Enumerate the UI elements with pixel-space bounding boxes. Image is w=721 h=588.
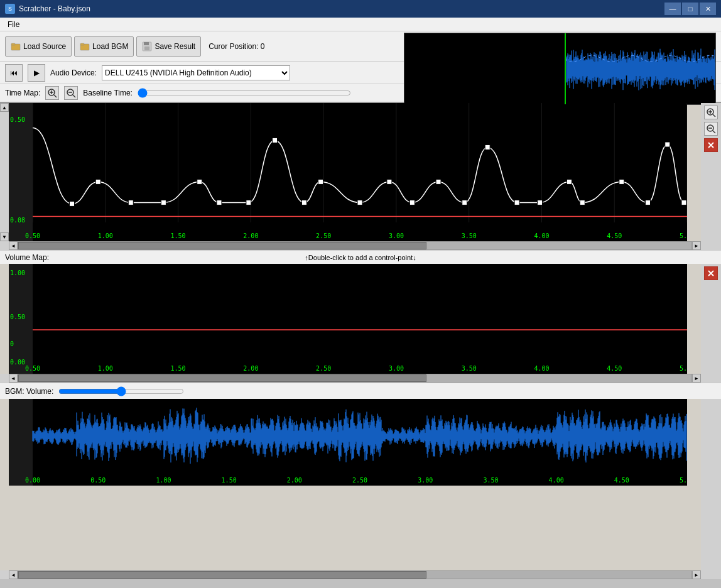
svg-line-15 xyxy=(713,114,715,117)
bgm-hscroll-thumb[interactable] xyxy=(18,571,426,579)
svg-line-12 xyxy=(73,95,75,97)
vol-vscroll-spacer xyxy=(0,264,9,374)
baseline-time-label: Baseline Time: xyxy=(83,89,133,97)
play-button[interactable]: ▶ xyxy=(28,64,45,82)
hscroll-right-arrow[interactable]: ► xyxy=(692,241,701,250)
zoom-out-button[interactable] xyxy=(64,86,78,100)
folder-bgm-icon xyxy=(80,41,90,52)
window-title: Scratcher - Baby.json xyxy=(19,4,90,13)
vol-hscroll-right-arrow[interactable]: ► xyxy=(692,374,701,383)
hscroll-thumb[interactable] xyxy=(18,242,426,249)
time-map-canvas[interactable] xyxy=(9,103,687,241)
bgm-hscroll-right-arrow[interactable]: ► xyxy=(692,570,701,579)
svg-rect-1 xyxy=(11,43,15,45)
close-button[interactable]: ✕ xyxy=(700,3,716,15)
save-icon xyxy=(142,41,152,52)
volume-map-canvas[interactable] xyxy=(9,264,687,374)
time-map-hscroll: ◄ ► xyxy=(0,241,721,250)
load-source-button[interactable]: Load Source xyxy=(5,36,72,57)
zoom-in-button[interactable] xyxy=(45,86,59,100)
volume-map-hint: ↑Double-click to add a control-point↓ xyxy=(305,254,416,261)
vscroll-up-arrow[interactable]: ▲ xyxy=(0,103,9,112)
time-map-chart-row: ▲ ▼ xyxy=(0,103,721,241)
time-map-label: Time Map: xyxy=(5,89,40,97)
menu-bar: File xyxy=(0,18,721,31)
rewind-icon: ⏮ xyxy=(10,68,18,77)
vol-hscroll-right-spacer xyxy=(701,374,721,383)
bgm-hscroll-left-spacer xyxy=(0,570,9,579)
maximize-button[interactable]: □ xyxy=(682,3,698,15)
svg-line-19 xyxy=(713,131,715,133)
bgm-waveform-row xyxy=(0,399,721,570)
svg-line-8 xyxy=(54,95,57,97)
toolbar: Load Source Load BGM Save Result Curor P… xyxy=(0,31,721,62)
bgm-label: BGM: Volume: xyxy=(5,387,53,396)
app-icon: S xyxy=(5,4,15,14)
volume-map-right-controls xyxy=(701,264,721,374)
time-map-section: ▲ ▼ ◄ xyxy=(0,103,721,250)
bgm-hscroll-right-spacer xyxy=(701,570,721,579)
hscroll-left-arrow[interactable]: ◄ xyxy=(9,241,18,250)
bgm-right-spacer xyxy=(701,399,721,570)
volume-map-section: ◄ ► xyxy=(0,264,721,383)
hscroll-track[interactable] xyxy=(18,241,692,250)
load-bgm-label: Load BGM xyxy=(92,42,128,51)
bgm-waveform-canvas xyxy=(9,399,687,486)
minimize-button[interactable]: — xyxy=(664,3,681,15)
load-bgm-button[interactable]: Load BGM xyxy=(74,36,134,57)
volume-map-label: Volume Map: xyxy=(5,253,49,262)
svg-rect-6 xyxy=(144,46,149,50)
folder-icon xyxy=(11,41,21,52)
vol-hscroll-left-arrow[interactable]: ◄ xyxy=(9,374,18,383)
svg-rect-5 xyxy=(144,42,149,45)
zoom-out-chart-button[interactable] xyxy=(704,122,718,136)
waveform-preview xyxy=(404,33,716,105)
hscroll-right-spacer xyxy=(701,241,721,250)
preview-waveform-canvas xyxy=(404,33,716,105)
save-result-label: Save Result xyxy=(154,42,195,51)
play-icon: ▶ xyxy=(34,68,40,77)
load-source-label: Load Source xyxy=(23,42,66,51)
bgm-waveform-container xyxy=(9,399,701,570)
bgm-volume-slider[interactable] xyxy=(58,386,184,396)
bgm-hscroll-left-arrow[interactable]: ◄ xyxy=(9,570,18,579)
vol-hscroll-left-spacer xyxy=(0,374,9,383)
title-bar-left: S Scratcher - Baby.json xyxy=(5,4,90,14)
audio-device-label: Audio Device: xyxy=(50,68,97,77)
audio-device-select[interactable]: DELL U2415 (NVIDIA High Definition Audio… xyxy=(102,65,290,80)
baseline-time-slider[interactable] xyxy=(138,88,351,98)
zoom-out-icon xyxy=(66,88,76,98)
rewind-button[interactable]: ⏮ xyxy=(5,64,23,82)
title-bar: S Scratcher - Baby.json — □ ✕ xyxy=(0,0,721,18)
volume-map-chart-row xyxy=(0,264,721,374)
cursor-position: Curor Position: 0 xyxy=(209,42,264,51)
volume-map-bar: Volume Map: ↑Double-click to add a contr… xyxy=(0,250,721,264)
vol-hscroll-thumb[interactable] xyxy=(18,374,426,382)
time-map-right-controls xyxy=(701,103,721,241)
svg-rect-3 xyxy=(80,43,84,45)
bgm-waveform-section: ◄ ► xyxy=(0,399,721,579)
vscroll-down-arrow[interactable]: ▼ xyxy=(0,232,9,241)
volume-map-chart-container xyxy=(9,264,701,374)
menu-file[interactable]: File xyxy=(3,19,24,30)
bgm-hscroll: ◄ ► xyxy=(0,570,721,579)
vol-hscroll-track[interactable] xyxy=(18,374,692,383)
bgm-hscroll-track[interactable] xyxy=(18,570,692,579)
vscroll-track xyxy=(0,112,9,232)
time-map-vscroll: ▲ ▼ xyxy=(0,103,9,241)
bgm-controls: BGM: Volume: xyxy=(0,383,721,399)
delete-chart-button[interactable] xyxy=(704,138,718,152)
zoom-in-icon xyxy=(47,88,57,98)
vol-delete-button[interactable] xyxy=(704,266,718,280)
volume-hscroll: ◄ ► xyxy=(0,374,721,383)
save-result-button[interactable]: Save Result xyxy=(136,36,201,57)
title-bar-buttons: — □ ✕ xyxy=(664,3,716,15)
hscroll-left-spacer xyxy=(0,241,9,250)
main-content: ▲ ▼ ◄ xyxy=(0,103,721,579)
time-map-chart-container xyxy=(9,103,701,241)
bgm-vscroll-spacer xyxy=(0,399,9,570)
zoom-in-chart-button[interactable] xyxy=(704,106,718,119)
